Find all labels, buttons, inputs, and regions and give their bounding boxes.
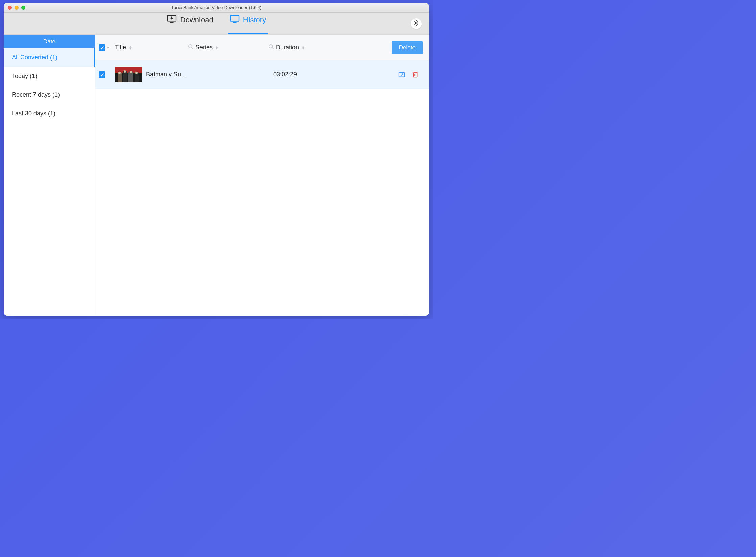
search-title-button[interactable] (181, 44, 193, 51)
open-folder-button[interactable] (398, 71, 405, 78)
app-window: TunesBank Amazon Video Downloader (1.6.4… (4, 3, 429, 316)
svg-line-7 (192, 48, 193, 49)
sidebar-item-recent-7-days[interactable]: Recent 7 days (1) (4, 86, 95, 104)
delete-row-button[interactable] (411, 71, 419, 78)
monitor-icon (230, 15, 240, 25)
table-header: ▾ Title ▲▼ Series ▲▼ (95, 35, 429, 60)
content-area: ▾ Title ▲▼ Series ▲▼ (95, 35, 429, 316)
column-series-label: Series (195, 44, 213, 51)
search-icon (268, 44, 274, 51)
window-title: TunesBank Amazon Video Downloader (1.6.4… (4, 5, 429, 10)
tab-history[interactable]: History (228, 13, 268, 34)
svg-line-11 (401, 74, 403, 76)
settings-button[interactable] (411, 18, 422, 29)
tab-history-label: History (243, 16, 266, 24)
sort-icon: ▲▼ (215, 46, 218, 50)
column-header-duration[interactable]: Duration ▲▼ (274, 44, 352, 51)
svg-point-6 (189, 45, 192, 48)
svg-point-5 (415, 22, 417, 24)
sidebar-item-label: Today (1) (12, 73, 37, 80)
row-actions (398, 71, 419, 78)
sidebar-item-label: Last 30 days (1) (12, 110, 55, 117)
tab-bar: Download History (165, 13, 268, 34)
table-row[interactable]: Batman v Su... 03:02:29 (95, 60, 429, 89)
svg-rect-3 (230, 16, 239, 21)
svg-point-8 (269, 45, 273, 48)
tab-download[interactable]: Download (165, 13, 215, 34)
sidebar: Date All Converted (1) Today (1) Recent … (4, 35, 95, 316)
sidebar-item-label: All Converted (1) (12, 54, 57, 61)
sort-icon: ▲▼ (129, 46, 132, 50)
row-title: Batman v Su... (146, 71, 191, 78)
search-icon (188, 44, 193, 51)
toolbar: Download History (4, 13, 429, 35)
column-header-series[interactable]: Series ▲▼ (193, 44, 262, 51)
sidebar-item-all-converted[interactable]: All Converted (1) (4, 48, 95, 67)
download-icon (167, 15, 177, 25)
row-duration: 03:02:29 (271, 71, 350, 78)
sidebar-item-last-30-days[interactable]: Last 30 days (1) (4, 104, 95, 123)
video-thumbnail (115, 67, 142, 82)
svg-rect-12 (414, 73, 417, 77)
row-checkbox[interactable] (99, 71, 105, 78)
delete-button[interactable]: Delete (392, 41, 423, 54)
chevron-down-icon[interactable]: ▾ (107, 45, 109, 50)
gear-icon (413, 20, 420, 28)
svg-line-9 (272, 48, 274, 49)
search-series-button[interactable] (262, 44, 274, 51)
column-title-label: Title (115, 44, 126, 51)
sort-icon: ▲▼ (302, 46, 305, 50)
column-header-title[interactable]: Title ▲▼ (115, 44, 181, 51)
titlebar: TunesBank Amazon Video Downloader (1.6.4… (4, 3, 429, 13)
tab-download-label: Download (180, 16, 213, 24)
sidebar-header: Date (4, 35, 95, 48)
select-all-checkbox[interactable] (99, 44, 105, 51)
column-duration-label: Duration (276, 44, 299, 51)
sidebar-item-today[interactable]: Today (1) (4, 67, 95, 86)
sidebar-item-label: Recent 7 days (1) (12, 91, 60, 98)
